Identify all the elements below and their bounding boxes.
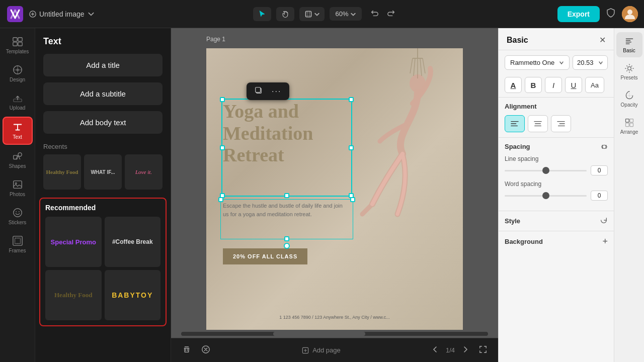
sidebar-item-design[interactable]: Design — [3, 60, 33, 86]
svg-point-16 — [13, 209, 22, 217]
canvas-page[interactable]: ··· Yoga and Meditation Retre — [206, 48, 463, 330]
canvas-footer[interactable]: 1 123 456 7890 / 123 Anywhere St., Any C… — [206, 315, 463, 320]
export-button[interactable]: Export — [557, 6, 600, 22]
recommended-item-1[interactable]: #Coffee Break — [105, 217, 161, 267]
handle-bottom-right[interactable] — [349, 193, 354, 198]
add-body-button[interactable]: Add body text — [43, 111, 163, 134]
undo-button[interactable] — [367, 6, 382, 23]
right-panel-close-button[interactable]: ✕ — [599, 35, 606, 45]
font-row: Rammetto One 20.53 — [499, 50, 614, 75]
font-size-select[interactable]: 20.53 — [573, 55, 608, 70]
add-page-label: Add page — [312, 346, 341, 354]
handle-bottom-mid[interactable] — [284, 193, 289, 198]
recent-item-1[interactable]: WHAT IF... — [84, 154, 122, 190]
alignment-label: Alignment — [505, 103, 608, 110]
underline-button[interactable]: U — [565, 77, 582, 93]
svg-rect-19 — [13, 236, 22, 245]
delete-button[interactable] — [198, 342, 213, 359]
canvas-scrollbar-thumb[interactable] — [273, 332, 365, 336]
recent-item-0[interactable]: Healthy Food — [43, 154, 81, 190]
word-spacing-slider[interactable] — [505, 195, 587, 197]
redo-button[interactable] — [384, 6, 399, 23]
trash-button[interactable] — [179, 342, 194, 359]
topbar: Untitled image 60% — [0, 0, 644, 28]
canvas-area: Page 1 — [171, 28, 498, 362]
document-title[interactable]: Untitled image — [29, 10, 95, 18]
shield-button[interactable] — [604, 6, 618, 22]
canvas-scrollbar[interactable] — [181, 332, 488, 336]
line-spacing-slider[interactable] — [505, 170, 587, 171]
handle-top-left[interactable] — [220, 97, 225, 102]
rotate-handle[interactable] — [284, 243, 290, 249]
svg-rect-30 — [256, 87, 261, 93]
align-center-button[interactable] — [528, 115, 548, 132]
page-navigation: 1/4 — [429, 342, 490, 358]
recommended-item-2[interactable]: Healthy Food — [45, 270, 102, 320]
sidebar-item-shapes[interactable]: Shapes — [3, 147, 33, 173]
recent-item-2[interactable]: Love it. — [125, 154, 163, 190]
svg-rect-44 — [629, 119, 633, 123]
float-copy-button[interactable] — [251, 84, 267, 98]
line-spacing-label: Line spacing — [505, 155, 608, 162]
prev-page-button[interactable] — [429, 343, 442, 358]
bold-button[interactable]: B — [525, 77, 542, 93]
italic-button[interactable]: I — [545, 77, 562, 93]
sidebar-item-stickers[interactable]: Stickers — [3, 203, 33, 229]
canvas-scroll-area[interactable]: Page 1 — [171, 28, 498, 330]
recommended-item-3[interactable]: BABYTOY — [105, 270, 161, 320]
sidebar-item-templates[interactable]: Templates — [3, 32, 33, 58]
align-right-button[interactable] — [551, 115, 571, 132]
text-selection-box[interactable] — [221, 99, 352, 197]
svg-point-15 — [15, 183, 17, 184]
sidebar-item-text[interactable]: Text — [3, 117, 33, 145]
font-family-select[interactable]: Rammetto One — [505, 55, 570, 70]
style-refresh-button[interactable] — [600, 216, 608, 226]
canvas-cta[interactable]: 20% OFF ALL CLASS — [223, 248, 307, 264]
add-subtitle-button[interactable]: Add a subtitle — [43, 82, 163, 105]
sidebar-item-shapes-label: Shapes — [9, 163, 26, 169]
zoom-control[interactable]: 60% — [330, 7, 362, 21]
frame-tool[interactable] — [299, 7, 325, 21]
sidebar-item-photos-label: Photos — [10, 192, 25, 197]
far-right-basic[interactable]: Basic — [616, 32, 642, 57]
sub-handle-bm[interactable] — [284, 236, 289, 241]
main-layout: Templates Design Upload Text — [0, 28, 644, 362]
hand-tool[interactable] — [276, 7, 294, 21]
background-add-button[interactable]: + — [602, 236, 608, 247]
handle-bottom-left[interactable] — [220, 193, 225, 198]
undo-redo-group — [367, 6, 399, 23]
user-avatar[interactable] — [622, 6, 638, 22]
svg-point-10 — [16, 68, 19, 71]
far-right-presets[interactable]: Presets — [616, 59, 642, 84]
app-logo[interactable] — [6, 5, 24, 23]
sidebar-item-templates-label: Templates — [6, 49, 29, 54]
macrame-decoration — [403, 48, 433, 94]
line-spacing-slider-row: 0 — [505, 165, 608, 175]
svg-point-17 — [16, 211, 17, 212]
align-left-button[interactable] — [505, 115, 525, 132]
word-spacing-slider-row: 0 — [505, 191, 608, 201]
canvas-page-label: Page 1 — [206, 36, 225, 43]
recommended-grid: Special Promo #Coffee Break Healthy Food… — [45, 217, 160, 320]
far-right-arrange[interactable]: Arrange — [616, 114, 642, 139]
handle-mid-right[interactable] — [349, 145, 354, 150]
svg-rect-8 — [18, 42, 22, 46]
svg-line-27 — [420, 58, 422, 76]
sidebar-item-frames[interactable]: Frames — [3, 231, 33, 257]
add-title-button[interactable]: Add a title — [43, 54, 163, 76]
fullscreen-button[interactable] — [476, 342, 490, 358]
sidebar-item-upload-label: Upload — [10, 105, 26, 111]
handle-top-right[interactable] — [349, 97, 354, 102]
float-more-button[interactable]: ··· — [268, 85, 285, 98]
handle-mid-left[interactable] — [220, 145, 225, 150]
sidebar-item-upload[interactable]: Upload — [3, 88, 33, 115]
next-page-button[interactable] — [459, 343, 472, 358]
select-tool[interactable] — [253, 7, 271, 21]
case-button[interactable]: Aa — [585, 77, 604, 93]
add-page-control[interactable]: Add page — [301, 346, 341, 354]
sidebar-item-photos[interactable]: Photos — [3, 175, 33, 201]
far-right-opacity[interactable]: Opacity — [616, 86, 642, 112]
svg-point-4 — [627, 10, 632, 15]
recommended-item-0[interactable]: Special Promo — [45, 217, 102, 267]
underline-a-button[interactable]: A — [505, 77, 522, 93]
